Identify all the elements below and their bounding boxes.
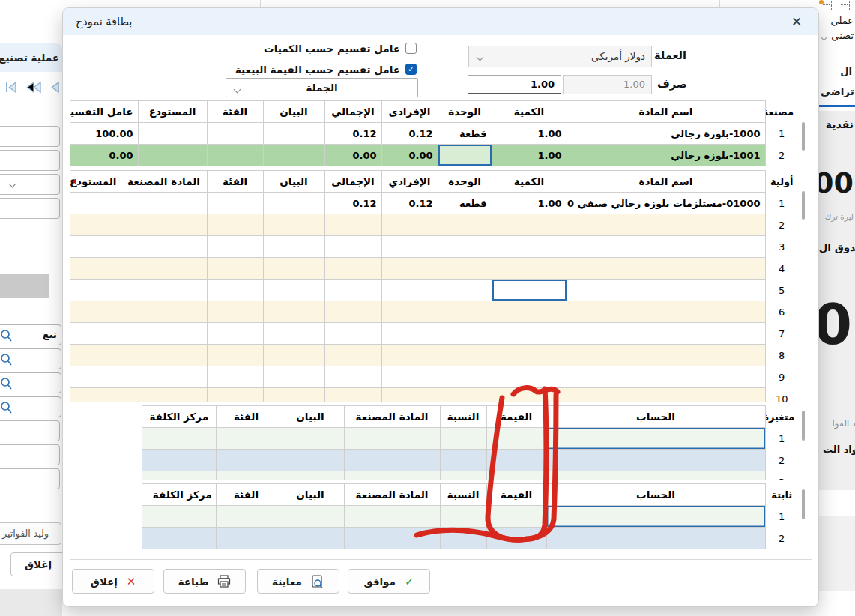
cell[interactable]: [381, 301, 438, 323]
cell[interactable]: [207, 123, 263, 145]
cell[interactable]: [438, 323, 492, 345]
cell[interactable]: [207, 280, 263, 301]
cell[interactable]: [492, 388, 567, 403]
cell[interactable]: [121, 236, 207, 258]
cell[interactable]: [546, 528, 765, 549]
cell[interactable]: [440, 471, 486, 481]
cell[interactable]: قطعة: [438, 193, 492, 214]
cell[interactable]: [121, 214, 207, 236]
cell[interactable]: [486, 528, 546, 549]
cell[interactable]: [492, 323, 567, 345]
cell[interactable]: [121, 388, 207, 403]
cell[interactable]: [324, 214, 381, 236]
column-header[interactable]: البيان: [263, 101, 324, 123]
cell[interactable]: [277, 471, 344, 481]
cell[interactable]: [216, 506, 277, 528]
cell[interactable]: [324, 236, 381, 258]
cell[interactable]: [142, 450, 217, 471]
cell[interactable]: [438, 258, 492, 280]
bg-input-field[interactable]: [0, 150, 60, 171]
cell[interactable]: 0.00: [381, 145, 438, 166]
cell[interactable]: [263, 366, 324, 388]
column-header[interactable]: القيمة: [486, 406, 546, 428]
cell[interactable]: [324, 301, 381, 323]
selected-cell[interactable]: [492, 280, 567, 301]
cell[interactable]: [344, 528, 440, 549]
bg-input-field[interactable]: [0, 468, 60, 489]
cell[interactable]: [142, 428, 217, 450]
cell[interactable]: [344, 506, 440, 528]
column-header[interactable]: الإفرادي: [381, 101, 438, 123]
generate-invoices-button[interactable]: وليد الفواتير: [0, 522, 61, 545]
cell[interactable]: [567, 214, 765, 236]
cell[interactable]: [277, 506, 344, 528]
cell[interactable]: 01000-مستلزمات بلوزة رجالي صيفي 500: [567, 193, 765, 214]
cell[interactable]: [207, 145, 263, 166]
cell[interactable]: 0.12: [381, 193, 438, 214]
cell[interactable]: [216, 450, 277, 471]
bg-input-field[interactable]: [0, 420, 60, 441]
column-header[interactable]: الفئة: [216, 406, 277, 428]
column-header[interactable]: الحساب: [546, 484, 765, 506]
cell[interactable]: [142, 528, 217, 549]
cell[interactable]: [440, 528, 486, 549]
cell[interactable]: 0.00: [324, 145, 381, 166]
cell[interactable]: [381, 366, 438, 388]
cell[interactable]: [381, 323, 438, 345]
cell[interactable]: [324, 366, 381, 388]
column-header[interactable]: المادة المصنعة: [121, 171, 207, 193]
checkbox-split-by-quantity[interactable]: [405, 43, 417, 54]
cell[interactable]: [207, 258, 263, 280]
cell[interactable]: [546, 471, 765, 481]
cell[interactable]: [344, 471, 440, 481]
cell[interactable]: [381, 280, 438, 301]
cell[interactable]: [567, 258, 765, 280]
cell[interactable]: [121, 258, 207, 280]
cell[interactable]: [263, 214, 324, 236]
column-header[interactable]: اسم المادة: [567, 101, 765, 123]
column-header[interactable]: الإجمالي: [324, 101, 381, 123]
cell[interactable]: [492, 236, 567, 258]
currency-combobox[interactable]: دولار أمريكي: [468, 46, 652, 67]
cell[interactable]: [381, 345, 438, 366]
cell[interactable]: [70, 280, 121, 301]
column-header[interactable]: اسم المادة: [567, 171, 765, 193]
bg-input-field[interactable]: [0, 198, 60, 219]
checkbox-split-by-sale-value[interactable]: ✓: [405, 64, 417, 75]
cell[interactable]: [438, 366, 492, 388]
cell[interactable]: [567, 236, 765, 258]
cell[interactable]: [207, 193, 263, 214]
bg-tab-default[interactable]: تراضي: [821, 85, 854, 97]
cell[interactable]: 100.00: [70, 123, 139, 145]
cell[interactable]: 0.00: [70, 145, 139, 166]
cell[interactable]: [70, 345, 121, 366]
column-header[interactable]: الكمية: [492, 101, 567, 123]
cell[interactable]: [486, 506, 546, 528]
cell[interactable]: [70, 258, 121, 280]
bg-search-field-material[interactable]: نيع: [0, 324, 61, 345]
column-header[interactable]: النسبة: [440, 484, 486, 506]
cell[interactable]: [324, 258, 381, 280]
cell[interactable]: [277, 428, 344, 450]
cell[interactable]: [263, 236, 324, 258]
cell[interactable]: [263, 123, 324, 145]
cell[interactable]: 1000-بلوزة رجالي: [567, 123, 765, 145]
cell[interactable]: [263, 323, 324, 345]
column-header[interactable]: المادة المصنعة: [344, 406, 440, 428]
bg-combobox-field[interactable]: [0, 174, 60, 195]
cell[interactable]: [207, 214, 263, 236]
cell[interactable]: [70, 301, 121, 323]
cell[interactable]: [70, 323, 121, 345]
cell[interactable]: [486, 450, 546, 471]
cell[interactable]: [546, 450, 765, 471]
column-header[interactable]: الفئة: [207, 171, 263, 193]
cell[interactable]: [381, 258, 438, 280]
cell[interactable]: [381, 236, 438, 258]
close-icon[interactable]: ✕: [787, 12, 806, 31]
column-header[interactable]: القيمة: [486, 484, 546, 506]
column-header[interactable]: المستودع: [138, 101, 207, 123]
cell[interactable]: [567, 301, 765, 323]
cell[interactable]: [440, 428, 486, 450]
cell[interactable]: [263, 258, 324, 280]
cell[interactable]: [438, 236, 492, 258]
